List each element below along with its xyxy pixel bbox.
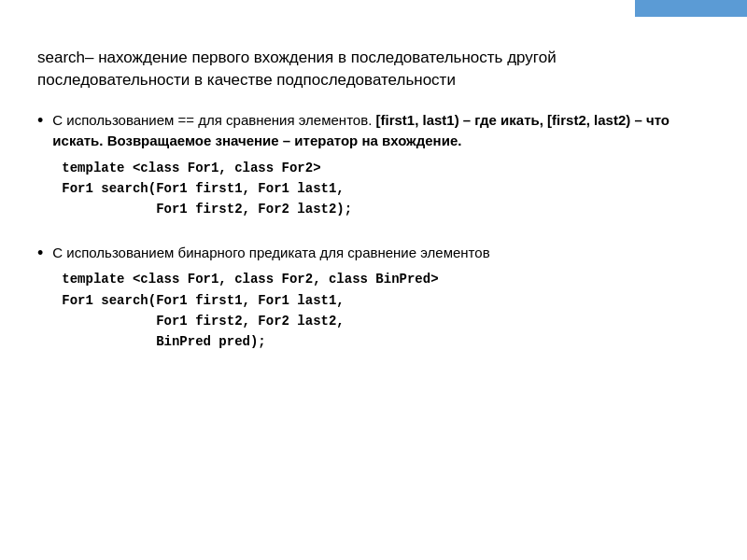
list-item: • С использованием == для сравнения элем…	[37, 110, 710, 220]
bullet-text-prefix-2: С использованием бинарного предиката для…	[52, 245, 489, 260]
bullet-list: • С использованием == для сравнения элем…	[37, 110, 710, 353]
code-line-2-1: template <class For1, class For2, class …	[62, 272, 438, 349]
bullet-dot-2: •	[37, 244, 43, 263]
list-item: • С использованием бинарного предиката д…	[37, 243, 710, 353]
code-block-2: template <class For1, class For2, class …	[62, 269, 710, 353]
bullet-dot-1: •	[37, 111, 43, 131]
bullet-text-prefix-1: С использованием == для сравнения элемен…	[52, 112, 372, 128]
bullet-content-2: С использованием бинарного предиката для…	[52, 243, 710, 353]
code-line-1-1: template <class For1, class For2> For1 s…	[62, 161, 352, 217]
code-block-1: template <class For1, class For2> For1 s…	[62, 158, 710, 220]
main-content: search– нахождение первого вхождения в п…	[0, 0, 747, 403]
bullet-text-1: С использованием == для сравнения элемен…	[52, 110, 710, 152]
top-bar-decoration	[635, 0, 747, 17]
bullet-content-1: С использованием == для сравнения элемен…	[52, 110, 710, 220]
bullet-text-2: С использованием бинарного предиката для…	[52, 243, 710, 264]
page-heading: search– нахождение первого вхождения в п…	[37, 47, 710, 91]
